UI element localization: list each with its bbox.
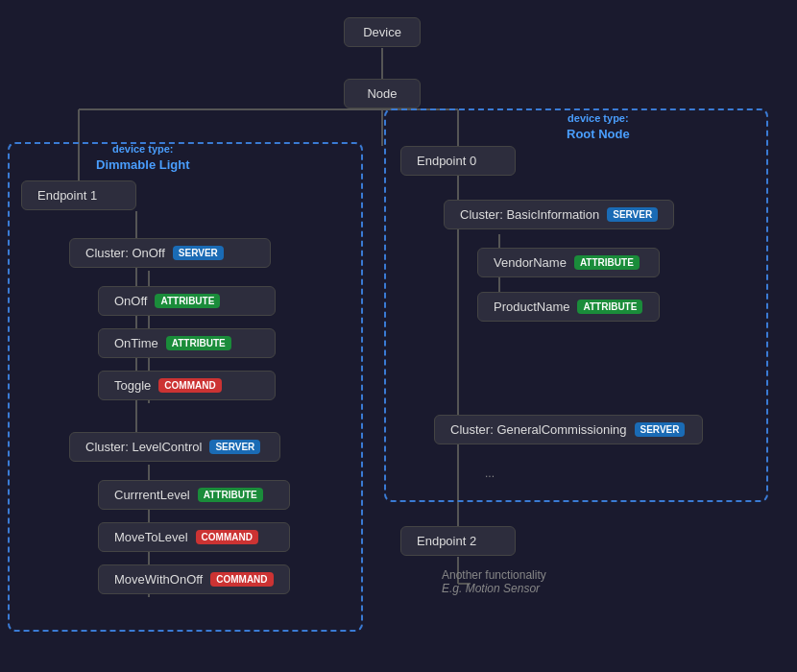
cluster-basicinformation: Cluster: BasicInformation SERVER	[444, 200, 674, 229]
diagram: device type: Dimmable Light device type:…	[0, 0, 797, 672]
endpoint1-device-type-label: device type: Dimmable Light	[96, 142, 190, 173]
attr-currentlevel: CurrrentLevel ATTRIBUTE	[98, 480, 290, 510]
badge-cmd-movewithonoff: COMMAND	[210, 572, 273, 587]
badge-attr-currentlevel: ATTRIBUTE	[198, 488, 263, 502]
ellipsis: ...	[485, 467, 495, 480]
badge-server-generalcomm: SERVER	[635, 422, 686, 437]
cmd-movewithonoff: MoveWithOnOff COMMAND	[98, 564, 290, 594]
endpoint1-node: Endpoint 1	[21, 180, 136, 210]
badge-server-levelcontrol: SERVER	[209, 440, 260, 454]
cluster-levelcontrol: Cluster: LevelControl SERVER	[69, 432, 280, 462]
badge-cmd-toggle: COMMAND	[158, 378, 221, 393]
badge-attr-productname: ATTRIBUTE	[577, 300, 642, 314]
badge-attr-ontime: ATTRIBUTE	[166, 336, 231, 350]
badge-attr-vendorname: ATTRIBUTE	[574, 255, 640, 270]
cmd-movetolevel: MoveToLevel COMMAND	[98, 522, 290, 552]
node-node: Node	[344, 79, 421, 108]
cluster-onoff: Cluster: OnOff SERVER	[69, 238, 271, 268]
attr-productname: ProductName ATTRIBUTE	[477, 292, 660, 322]
endpoint2-node: Endpoint 2	[400, 526, 516, 556]
functionality-text: Another functionality E.g. Motion Sensor	[442, 568, 546, 595]
cmd-toggle: Toggle COMMAND	[98, 371, 276, 400]
endpoint0-device-type-label: device type: Root Node	[567, 111, 630, 142]
endpoint0-node: Endpoint 0	[400, 146, 516, 176]
attr-vendorname: VendorName ATTRIBUTE	[477, 248, 660, 277]
badge-server-basicinfo: SERVER	[607, 207, 658, 222]
device-node: Device	[344, 17, 421, 47]
badge-server-onoff: SERVER	[173, 246, 224, 260]
attr-onoff: OnOff ATTRIBUTE	[98, 286, 276, 316]
attr-ontime: OnTime ATTRIBUTE	[98, 328, 276, 358]
badge-attr-onoff: ATTRIBUTE	[155, 294, 220, 308]
cluster-generalcommissioning: Cluster: GeneralCommissioning SERVER	[434, 415, 703, 444]
badge-cmd-movetolevel: COMMAND	[196, 530, 258, 544]
